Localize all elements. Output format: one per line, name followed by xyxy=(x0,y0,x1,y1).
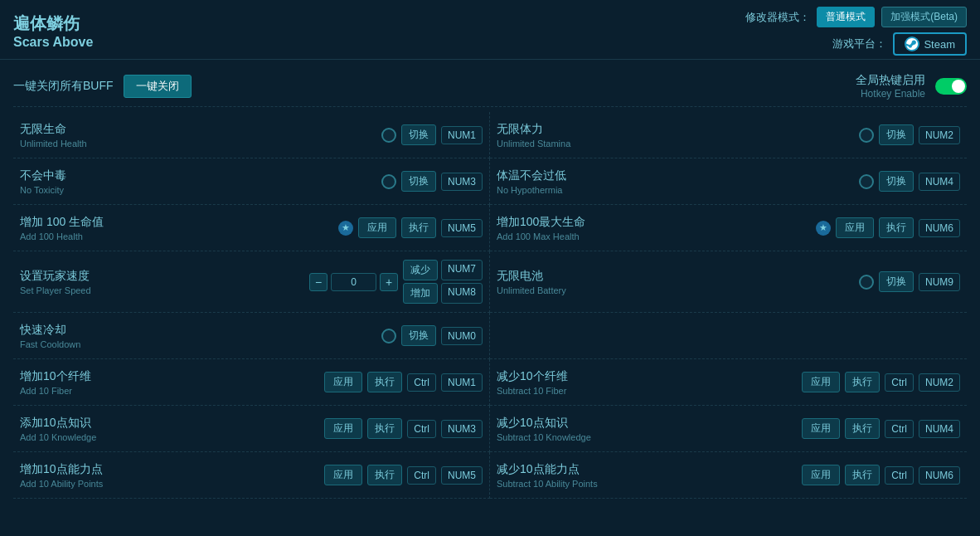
feature-en: Add 10 Ability Points xyxy=(20,479,318,489)
feature-cn: 无限电池 xyxy=(497,269,852,284)
feature-cn: 无限生命 xyxy=(20,122,375,137)
stepper-minus-button[interactable]: − xyxy=(309,273,327,291)
feature-item: 无限电池Unlimited Battery切换NUM9 xyxy=(490,251,967,313)
apply-button[interactable]: 应用 xyxy=(802,465,840,485)
feature-controls: ★应用执行NUM5 xyxy=(338,217,483,238)
features-grid: 无限生命Unlimited Health切换NUM1无限体力Unlimited … xyxy=(13,112,967,499)
feature-item: 减少10点知识Subtract 10 Knowledge应用执行CtrlNUM4 xyxy=(490,406,967,452)
switch-button[interactable]: 切换 xyxy=(401,171,436,192)
feature-label: 增加100最大生命Add 100 Max Health xyxy=(497,215,809,241)
feature-controls: −+减少NUM7增加NUM8 xyxy=(309,260,483,304)
feature-item: 不会中毒No Toxicity切换NUM3 xyxy=(13,158,490,205)
feature-en: Unlimited Health xyxy=(20,139,375,149)
ctrl-key-badge: Ctrl xyxy=(885,420,914,438)
feature-label: 设置玩家速度Set Player Speed xyxy=(20,269,303,295)
exec-button[interactable]: 执行 xyxy=(367,418,402,439)
feature-label: 无限体力Unlimited Stamina xyxy=(497,122,852,149)
apply-button[interactable]: 应用 xyxy=(802,418,840,439)
inc-key-badge: NUM8 xyxy=(441,283,483,304)
exec-button[interactable]: 执行 xyxy=(401,217,436,238)
exec-button[interactable]: 执行 xyxy=(879,217,914,238)
steam-icon xyxy=(905,37,919,51)
key-badge: NUM6 xyxy=(919,219,960,237)
app-container: 遍体鳞伤 Scars Above 修改器模式： 普通模式 加强模式(Beta) … xyxy=(0,0,980,536)
game-title-cn: 遍体鳞伤 xyxy=(13,12,93,35)
feature-en: No Hypothermia xyxy=(497,185,852,195)
feature-item: 体温不会过低No Hypothermia切换NUM4 xyxy=(490,158,967,205)
feature-label: 减少10点能力点Subtract 10 Ability Points xyxy=(497,462,795,489)
game-title-en: Scars Above xyxy=(13,35,93,50)
feature-controls: ★应用执行NUM6 xyxy=(816,217,960,238)
exec-button[interactable]: 执行 xyxy=(367,465,402,485)
circle-toggle[interactable] xyxy=(859,128,874,143)
switch-button[interactable]: 切换 xyxy=(401,325,436,346)
platform-row: 游戏平台： Steam xyxy=(832,32,967,56)
dec-button[interactable]: 减少 xyxy=(403,260,438,280)
feature-item: 增加100最大生命Add 100 Max Health★应用执行NUM6 xyxy=(490,205,967,251)
feature-en: Unlimited Stamina xyxy=(497,139,852,149)
hotkey-title: 全局热键启用 xyxy=(856,73,925,88)
switch-button[interactable]: 切换 xyxy=(879,124,914,145)
global-controls-row: 一键关闭所有BUFF 一键关闭 全局热键启用 Hotkey Enable xyxy=(13,66,967,107)
apply-button[interactable]: 应用 xyxy=(324,418,362,439)
exec-button[interactable]: 执行 xyxy=(845,465,880,485)
feature-label: 减少10个纤维Subtract 10 Fiber xyxy=(497,369,795,396)
exec-button[interactable]: 执行 xyxy=(367,372,402,392)
apply-button[interactable]: 应用 xyxy=(324,465,362,485)
feature-label: 增加10个纤维Add 10 Fiber xyxy=(20,369,318,396)
mode-normal-button[interactable]: 普通模式 xyxy=(817,7,875,27)
mode-row: 修改器模式： 普通模式 加强模式(Beta) xyxy=(745,7,967,27)
feature-item xyxy=(490,313,967,359)
key-badge: NUM0 xyxy=(441,327,483,345)
key-row-dec: 减少NUM7 xyxy=(403,260,483,280)
apply-button[interactable]: 应用 xyxy=(836,217,874,238)
feature-label: 快速冷却Fast Cooldown xyxy=(20,323,375,349)
ctrl-key-badge: Ctrl xyxy=(885,373,914,392)
platform-label: 游戏平台： xyxy=(832,37,886,51)
hotkey-subtitle: Hotkey Enable xyxy=(861,88,925,100)
feature-controls: 切换NUM4 xyxy=(859,171,960,192)
circle-toggle[interactable] xyxy=(381,128,396,143)
one-close-button[interactable]: 一键关闭 xyxy=(124,75,192,98)
key-badge: NUM1 xyxy=(441,126,483,144)
key-badge: NUM9 xyxy=(919,273,960,291)
global-right: 全局热键启用 Hotkey Enable xyxy=(856,73,967,100)
circle-toggle[interactable] xyxy=(381,174,396,189)
feature-cn: 增加10个纤维 xyxy=(20,369,318,384)
feature-controls: 切换NUM3 xyxy=(381,171,483,192)
feature-controls: 切换NUM0 xyxy=(381,325,483,346)
circle-toggle[interactable] xyxy=(859,275,874,290)
exec-button[interactable]: 执行 xyxy=(845,372,880,392)
steam-platform-button[interactable]: Steam xyxy=(893,32,967,56)
exec-button[interactable]: 执行 xyxy=(845,418,880,439)
feature-en: Add 10 Fiber xyxy=(20,386,318,396)
mode-enhanced-button[interactable]: 加强模式(Beta) xyxy=(881,7,967,27)
apply-button[interactable]: 应用 xyxy=(802,372,840,392)
feature-controls: 应用执行CtrlNUM4 xyxy=(802,418,960,439)
stepper-input[interactable] xyxy=(331,273,376,291)
switch-button[interactable]: 切换 xyxy=(879,171,914,192)
circle-toggle[interactable] xyxy=(859,174,874,189)
hotkey-toggle[interactable] xyxy=(935,78,967,95)
switch-button[interactable]: 切换 xyxy=(879,271,914,292)
apply-button[interactable]: 应用 xyxy=(358,217,396,238)
feature-cn: 设置玩家速度 xyxy=(20,269,303,284)
stepper-plus-button[interactable]: + xyxy=(380,273,398,291)
key-badge: NUM4 xyxy=(919,173,960,191)
feature-label: 添加10点知识Add 10 Knowledge xyxy=(20,416,318,442)
num-key-badge: NUM5 xyxy=(441,466,483,485)
num-key-badge: NUM6 xyxy=(919,466,960,485)
inc-button[interactable]: 增加 xyxy=(403,283,438,304)
feature-item: 减少10点能力点Subtract 10 Ability Points应用执行Ct… xyxy=(490,452,967,499)
apply-button[interactable]: 应用 xyxy=(324,372,362,392)
feature-controls: 切换NUM9 xyxy=(859,271,960,292)
feature-label: 无限生命Unlimited Health xyxy=(20,122,375,149)
feature-item: 快速冷却Fast Cooldown切换NUM0 xyxy=(13,313,490,359)
key-badge: NUM3 xyxy=(441,173,483,191)
switch-button[interactable]: 切换 xyxy=(401,124,436,145)
ctrl-key-badge: Ctrl xyxy=(407,373,436,392)
steam-label: Steam xyxy=(924,38,955,51)
feature-cn: 减少10点能力点 xyxy=(497,462,795,477)
feature-controls: 应用执行CtrlNUM2 xyxy=(802,372,960,392)
circle-toggle[interactable] xyxy=(381,329,396,344)
